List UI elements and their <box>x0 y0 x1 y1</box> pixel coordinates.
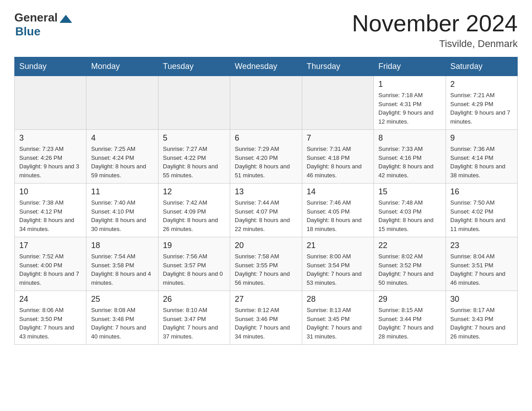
day-number: 12 <box>163 187 225 197</box>
location: Tisvilde, Denmark <box>352 38 518 50</box>
day-info: Sunrise: 8:04 AM Sunset: 3:51 PM Dayligh… <box>450 252 513 287</box>
day-info: Sunrise: 7:18 AM Sunset: 4:31 PM Dayligh… <box>378 91 441 126</box>
calendar-cell: 20Sunrise: 7:58 AM Sunset: 3:55 PM Dayli… <box>230 237 302 291</box>
calendar-cell: 23Sunrise: 8:04 AM Sunset: 3:51 PM Dayli… <box>446 237 517 291</box>
day-number: 11 <box>91 187 153 197</box>
day-number: 18 <box>91 241 153 250</box>
day-info: Sunrise: 7:50 AM Sunset: 4:02 PM Dayligh… <box>450 198 513 233</box>
calendar-week-row: 1Sunrise: 7:18 AM Sunset: 4:31 PM Daylig… <box>15 76 518 130</box>
calendar-cell <box>158 76 230 130</box>
logo: General Blue <box>14 11 72 39</box>
day-info: Sunrise: 7:58 AM Sunset: 3:55 PM Dayligh… <box>235 252 297 287</box>
calendar-cell: 4Sunrise: 7:25 AM Sunset: 4:24 PM Daylig… <box>86 130 158 184</box>
day-info: Sunrise: 7:38 AM Sunset: 4:12 PM Dayligh… <box>19 198 82 233</box>
day-number: 1 <box>378 80 441 89</box>
calendar-cell <box>302 76 373 130</box>
calendar-cell: 2Sunrise: 7:21 AM Sunset: 4:29 PM Daylig… <box>446 76 517 130</box>
day-number: 27 <box>235 295 297 304</box>
calendar-cell: 14Sunrise: 7:46 AM Sunset: 4:05 PM Dayli… <box>302 184 373 237</box>
day-number: 19 <box>163 241 225 250</box>
day-info: Sunrise: 8:13 AM Sunset: 3:45 PM Dayligh… <box>307 306 369 341</box>
day-number: 14 <box>307 187 369 197</box>
day-info: Sunrise: 7:27 AM Sunset: 4:22 PM Dayligh… <box>163 145 225 180</box>
day-info: Sunrise: 8:00 AM Sunset: 3:54 PM Dayligh… <box>307 252 369 287</box>
logo-general-text: General <box>14 11 58 25</box>
calendar-cell: 21Sunrise: 8:00 AM Sunset: 3:54 PM Dayli… <box>302 237 373 291</box>
day-info: Sunrise: 7:48 AM Sunset: 4:03 PM Dayligh… <box>378 198 441 233</box>
day-number: 30 <box>450 295 513 304</box>
day-header-monday: Monday <box>86 57 158 76</box>
header-right: November 2024 Tisvilde, Denmark <box>352 11 518 50</box>
day-info: Sunrise: 8:06 AM Sunset: 3:50 PM Dayligh… <box>19 306 82 341</box>
calendar-cell: 6Sunrise: 7:29 AM Sunset: 4:20 PM Daylig… <box>230 130 302 184</box>
calendar-cell <box>15 76 86 130</box>
day-header-tuesday: Tuesday <box>158 57 230 76</box>
calendar-cell: 18Sunrise: 7:54 AM Sunset: 3:58 PM Dayli… <box>86 237 158 291</box>
calendar-week-row: 17Sunrise: 7:52 AM Sunset: 4:00 PM Dayli… <box>15 237 518 291</box>
calendar-cell: 1Sunrise: 7:18 AM Sunset: 4:31 PM Daylig… <box>374 76 446 130</box>
day-number: 10 <box>19 187 82 197</box>
calendar-cell: 24Sunrise: 8:06 AM Sunset: 3:50 PM Dayli… <box>15 291 86 345</box>
day-number: 23 <box>450 241 513 250</box>
day-number: 2 <box>450 80 513 89</box>
calendar-cell: 5Sunrise: 7:27 AM Sunset: 4:22 PM Daylig… <box>158 130 230 184</box>
calendar-week-row: 24Sunrise: 8:06 AM Sunset: 3:50 PM Dayli… <box>15 291 518 345</box>
day-info: Sunrise: 8:08 AM Sunset: 3:48 PM Dayligh… <box>91 306 153 341</box>
calendar-cell: 16Sunrise: 7:50 AM Sunset: 4:02 PM Dayli… <box>446 184 517 237</box>
day-number: 22 <box>378 241 441 250</box>
day-number: 15 <box>378 187 441 197</box>
day-number: 16 <box>450 187 513 197</box>
day-info: Sunrise: 7:25 AM Sunset: 4:24 PM Dayligh… <box>91 145 153 180</box>
day-info: Sunrise: 7:21 AM Sunset: 4:29 PM Dayligh… <box>450 91 513 126</box>
day-info: Sunrise: 8:15 AM Sunset: 3:44 PM Dayligh… <box>378 306 441 341</box>
calendar-cell: 10Sunrise: 7:38 AM Sunset: 4:12 PM Dayli… <box>15 184 86 237</box>
day-info: Sunrise: 7:56 AM Sunset: 3:57 PM Dayligh… <box>163 252 225 287</box>
day-number: 26 <box>163 295 225 304</box>
calendar-cell: 29Sunrise: 8:15 AM Sunset: 3:44 PM Dayli… <box>374 291 446 345</box>
day-number: 9 <box>450 133 513 143</box>
day-info: Sunrise: 7:36 AM Sunset: 4:14 PM Dayligh… <box>450 145 513 180</box>
calendar-cell: 26Sunrise: 8:10 AM Sunset: 3:47 PM Dayli… <box>158 291 230 345</box>
page-header: General Blue November 2024 Tisvilde, Den… <box>14 11 518 50</box>
day-header-friday: Friday <box>374 57 446 76</box>
day-number: 28 <box>307 295 369 304</box>
day-info: Sunrise: 8:12 AM Sunset: 3:46 PM Dayligh… <box>235 306 297 341</box>
calendar-header-row: SundayMondayTuesdayWednesdayThursdayFrid… <box>15 57 518 76</box>
day-info: Sunrise: 7:29 AM Sunset: 4:20 PM Dayligh… <box>235 145 297 180</box>
day-number: 21 <box>307 241 369 250</box>
day-number: 8 <box>378 133 441 143</box>
logo-blue-text: Blue <box>15 25 40 39</box>
day-info: Sunrise: 7:42 AM Sunset: 4:09 PM Dayligh… <box>163 198 225 233</box>
calendar-table: SundayMondayTuesdayWednesdayThursdayFrid… <box>14 57 518 345</box>
logo-triangle-icon <box>60 15 72 23</box>
month-title: November 2024 <box>352 11 518 36</box>
day-number: 3 <box>19 133 82 143</box>
day-info: Sunrise: 7:54 AM Sunset: 3:58 PM Dayligh… <box>91 252 153 287</box>
day-number: 6 <box>235 133 297 143</box>
calendar-cell <box>86 76 158 130</box>
day-info: Sunrise: 7:23 AM Sunset: 4:26 PM Dayligh… <box>19 145 82 180</box>
day-info: Sunrise: 8:17 AM Sunset: 3:43 PM Dayligh… <box>450 306 513 341</box>
calendar-cell <box>230 76 302 130</box>
calendar-cell: 9Sunrise: 7:36 AM Sunset: 4:14 PM Daylig… <box>446 130 517 184</box>
calendar-week-row: 3Sunrise: 7:23 AM Sunset: 4:26 PM Daylig… <box>15 130 518 184</box>
day-info: Sunrise: 7:52 AM Sunset: 4:00 PM Dayligh… <box>19 252 82 287</box>
day-info: Sunrise: 7:31 AM Sunset: 4:18 PM Dayligh… <box>307 145 369 180</box>
day-info: Sunrise: 8:02 AM Sunset: 3:52 PM Dayligh… <box>378 252 441 287</box>
day-header-saturday: Saturday <box>446 57 517 76</box>
day-number: 13 <box>235 187 297 197</box>
calendar-cell: 28Sunrise: 8:13 AM Sunset: 3:45 PM Dayli… <box>302 291 373 345</box>
calendar-cell: 19Sunrise: 7:56 AM Sunset: 3:57 PM Dayli… <box>158 237 230 291</box>
calendar-cell: 12Sunrise: 7:42 AM Sunset: 4:09 PM Dayli… <box>158 184 230 237</box>
calendar-cell: 30Sunrise: 8:17 AM Sunset: 3:43 PM Dayli… <box>446 291 517 345</box>
day-info: Sunrise: 7:40 AM Sunset: 4:10 PM Dayligh… <box>91 198 153 233</box>
calendar-cell: 8Sunrise: 7:33 AM Sunset: 4:16 PM Daylig… <box>374 130 446 184</box>
day-info: Sunrise: 7:46 AM Sunset: 4:05 PM Dayligh… <box>307 198 369 233</box>
calendar-week-row: 10Sunrise: 7:38 AM Sunset: 4:12 PM Dayli… <box>15 184 518 237</box>
calendar-cell: 7Sunrise: 7:31 AM Sunset: 4:18 PM Daylig… <box>302 130 373 184</box>
calendar-cell: 25Sunrise: 8:08 AM Sunset: 3:48 PM Dayli… <box>86 291 158 345</box>
calendar-cell: 15Sunrise: 7:48 AM Sunset: 4:03 PM Dayli… <box>374 184 446 237</box>
day-header-sunday: Sunday <box>15 57 86 76</box>
day-number: 20 <box>235 241 297 250</box>
day-number: 5 <box>163 133 225 143</box>
